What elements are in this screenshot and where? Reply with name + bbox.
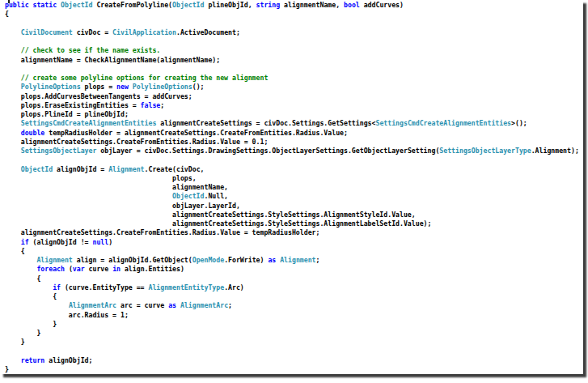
code-line: AlignmentArc arc = curve as AlignmentArc…	[5, 301, 583, 310]
code-token: plops.AddCurvesBetweenTangents = addCurv…	[5, 92, 192, 100]
code-line: PolylineOptions plops = new PolylineOpti…	[5, 83, 583, 91]
code-token: SettingsObjectLayer	[21, 147, 97, 155]
code-token: alignmentCreateSettings.CreateFromEntiti…	[5, 228, 319, 236]
code-token: SettingsObjectLayerType	[439, 147, 531, 155]
code-token: align.Entities)	[121, 265, 184, 273]
code-token: Alignment	[108, 165, 144, 173]
code-token: // check to see if the name exists.	[5, 46, 160, 54]
code-token: PolylineOptions	[133, 83, 192, 91]
code-line: }	[5, 338, 583, 347]
code-token: in	[112, 265, 121, 273]
code-line: objLayer.LayerId,	[5, 202, 583, 211]
code-line: alignmentName,	[5, 183, 583, 192]
code-line: alignmentName = CheckAlignmentName(align…	[5, 56, 583, 65]
code-token: ;	[228, 301, 232, 309]
code-token: }	[5, 365, 9, 373]
code-editor[interactable]: public static ObjectId CreateFromPolylin…	[0, 0, 583, 374]
code-line: {	[5, 274, 583, 283]
code-line: plops.EraseExistingEntities = false;	[5, 101, 583, 110]
code-token	[5, 238, 21, 246]
code-token: ObjectId	[61, 1, 92, 9]
code-token: plops,	[5, 174, 197, 182]
code-token: .ActiveDocument;	[176, 28, 240, 36]
code-token: bool	[344, 1, 360, 9]
code-token: (curve.EntityType ==	[61, 283, 148, 292]
code-token: alignmentCreateSettings.StyleSettings.Al…	[5, 219, 431, 228]
code-line: // create some polyline options for crea…	[5, 74, 583, 83]
code-token: CivilDocument	[21, 28, 73, 36]
code-line	[5, 347, 583, 356]
code-token: ();	[192, 83, 205, 91]
code-line: {	[5, 247, 583, 256]
code-line: alignmentCreateSettings.StyleSettings.Al…	[5, 211, 583, 219]
code-token	[5, 283, 53, 292]
code-line: plops,	[5, 174, 583, 183]
code-token: return	[21, 356, 45, 364]
code-line: Alignment align = alignObjId.GetObject(O…	[5, 256, 583, 265]
code-token: alignObjId =	[53, 165, 108, 173]
code-token: plops.PlineId = plineObjId;	[5, 110, 129, 118]
code-token: objLayer.LayerId,	[5, 202, 240, 210]
code-token: addCurves)	[360, 1, 404, 9]
code-token: if	[21, 238, 29, 246]
code-line: foreach (var curve in align.Entities)	[5, 265, 583, 274]
code-line: {	[5, 292, 583, 301]
code-token: arc = curve	[116, 301, 168, 309]
code-token: civDoc =	[73, 28, 112, 36]
code-line: SettingsObjectLayer objLayer = civDoc.Se…	[5, 147, 583, 155]
code-token	[5, 356, 21, 364]
code-token: align = alignObjId.GetObject(	[73, 256, 192, 264]
code-token: tempRadiusHolder = alignmentCreateSettin…	[44, 129, 348, 137]
code-token	[5, 256, 36, 264]
code-line: double tempRadiusHolder = alignmentCreat…	[5, 129, 583, 138]
code-line: return alignObjId;	[5, 356, 583, 365]
code-line: }	[5, 329, 583, 338]
code-token	[5, 165, 21, 173]
code-token: objLayer = civDoc.Settings.DrawingSettin…	[96, 147, 439, 155]
code-token: plineObjId,	[204, 1, 256, 9]
code-token: curve	[85, 265, 113, 273]
code-line: if (curve.EntityType == AlignmentEntityT…	[5, 283, 583, 292]
code-token: ObjectId	[172, 1, 204, 9]
code-token: null	[92, 238, 108, 246]
code-line: arc.Radius = 1;	[5, 311, 583, 320]
code-token: .ForWrite)	[224, 256, 268, 264]
code-token	[5, 28, 21, 36]
code-line: alignmentCreateSettings.CreateFromEntiti…	[5, 138, 583, 147]
code-token: .Arc)	[224, 283, 244, 292]
code-token: }	[5, 329, 40, 337]
code-token: (alignObjId !=	[29, 238, 93, 246]
code-line: // check to see if the name exists.	[5, 46, 583, 55]
code-token: plops =	[81, 83, 116, 91]
code-token	[5, 301, 69, 309]
code-line: ObjectId.Null,	[5, 192, 583, 201]
code-token: false	[141, 101, 161, 109]
code-token: >();	[511, 119, 527, 127]
code-token: AlignmentArc	[180, 301, 228, 309]
code-token: alignmentCreateSettings.StyleSettings.Al…	[5, 211, 416, 219]
code-token: .Alignment);	[531, 147, 579, 155]
code-token: {	[5, 247, 25, 255]
code-token: alignmentCreateSettings.CreateFromEntiti…	[5, 138, 268, 146]
code-token: .Null,	[204, 192, 228, 200]
code-line: plops.AddCurvesBetweenTangents = addCurv…	[5, 92, 583, 101]
code-line: CivilDocument civDoc = CivilApplication.…	[5, 28, 583, 37]
code-token: .Create(civDoc,	[145, 165, 205, 173]
code-line: plops.PlineId = plineObjId;	[5, 110, 583, 119]
code-token: SettingsCmdCreateAlignmentEntities	[21, 119, 157, 127]
code-line: SettingsCmdCreateAlignmentEntities align…	[5, 119, 583, 128]
code-token	[5, 129, 21, 137]
code-token: PolylineOptions	[21, 83, 81, 91]
code-line: if (alignObjId != null)	[5, 238, 583, 247]
code-token: )	[108, 238, 112, 246]
code-token: double	[21, 129, 45, 137]
code-token	[5, 265, 36, 273]
code-token: }	[5, 338, 25, 346]
code-line: alignmentCreateSettings.StyleSettings.Al…	[5, 219, 583, 228]
code-line: ObjectId alignObjId = Alignment.Create(c…	[5, 165, 583, 174]
code-token: arc.Radius = 1;	[5, 311, 129, 319]
code-token: alignmentName = CheckAlignmentName(align…	[5, 56, 220, 64]
code-token: AlignmentArc	[69, 301, 116, 309]
code-token: alignObjId;	[44, 356, 92, 364]
code-token: CivilApplication	[112, 28, 176, 36]
